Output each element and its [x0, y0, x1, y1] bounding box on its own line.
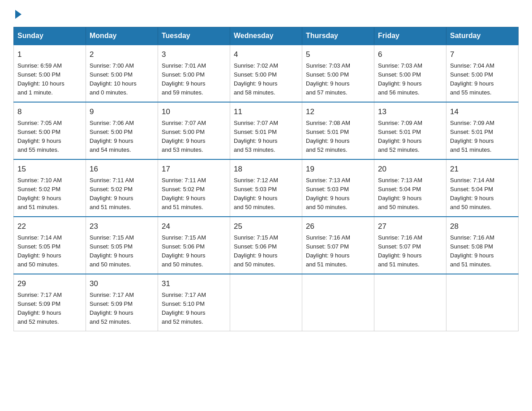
day-number: 3: [162, 49, 226, 60]
day-cell: 17Sunrise: 7:11 AMSunset: 5:02 PMDayligh…: [158, 159, 230, 217]
day-cell: 21Sunrise: 7:14 AMSunset: 5:04 PMDayligh…: [446, 159, 519, 217]
week-row-3: 15Sunrise: 7:10 AMSunset: 5:02 PMDayligh…: [14, 159, 519, 217]
day-cell: [302, 274, 374, 331]
day-number: 2: [90, 49, 154, 60]
day-info: Sunrise: 7:13 AMSunset: 5:03 PMDaylight:…: [306, 176, 370, 212]
day-number: 20: [378, 163, 442, 175]
day-number: 23: [90, 221, 154, 232]
day-number: 30: [90, 278, 154, 290]
day-info: Sunrise: 7:14 AMSunset: 5:05 PMDaylight:…: [17, 233, 82, 270]
day-cell: 5Sunrise: 7:03 AMSunset: 5:00 PMDaylight…: [302, 45, 374, 102]
day-cell: 19Sunrise: 7:13 AMSunset: 5:03 PMDayligh…: [302, 159, 374, 217]
day-number: 13: [378, 106, 442, 118]
day-cell: [374, 274, 446, 331]
day-cell: 3Sunrise: 7:01 AMSunset: 5:00 PMDaylight…: [158, 45, 230, 102]
day-info: Sunrise: 6:59 AMSunset: 5:00 PMDaylight:…: [17, 61, 82, 98]
day-number: 18: [234, 163, 298, 175]
header-cell-saturday: Saturday: [446, 27, 519, 45]
day-number: 26: [306, 221, 370, 232]
day-number: 9: [90, 106, 154, 118]
day-number: 15: [17, 163, 82, 175]
header-cell-friday: Friday: [374, 27, 446, 45]
day-number: 1: [17, 49, 82, 60]
day-cell: 7Sunrise: 7:04 AMSunset: 5:00 PMDaylight…: [446, 45, 519, 102]
day-number: 12: [306, 106, 370, 118]
day-info: Sunrise: 7:17 AMSunset: 5:09 PMDaylight:…: [90, 291, 154, 327]
day-number: 14: [450, 106, 515, 118]
day-number: 5: [306, 49, 370, 60]
day-info: Sunrise: 7:16 AMSunset: 5:07 PMDaylight:…: [306, 233, 370, 270]
day-number: 31: [162, 278, 226, 290]
page-header: [13, 9, 519, 19]
day-number: 7: [450, 49, 515, 60]
day-cell: 20Sunrise: 7:13 AMSunset: 5:04 PMDayligh…: [374, 159, 446, 217]
header-cell-wednesday: Wednesday: [230, 27, 302, 45]
day-cell: 8Sunrise: 7:05 AMSunset: 5:00 PMDaylight…: [14, 102, 86, 159]
day-cell: 26Sunrise: 7:16 AMSunset: 5:07 PMDayligh…: [302, 217, 374, 274]
day-cell: 24Sunrise: 7:15 AMSunset: 5:06 PMDayligh…: [158, 217, 230, 274]
day-number: 28: [450, 221, 515, 232]
day-cell: 25Sunrise: 7:15 AMSunset: 5:06 PMDayligh…: [230, 217, 302, 274]
day-cell: 28Sunrise: 7:16 AMSunset: 5:08 PMDayligh…: [446, 217, 519, 274]
day-info: Sunrise: 7:11 AMSunset: 5:02 PMDaylight:…: [162, 176, 226, 212]
day-number: 21: [450, 163, 515, 175]
day-number: 8: [17, 106, 82, 118]
day-cell: 29Sunrise: 7:17 AMSunset: 5:09 PMDayligh…: [14, 274, 86, 331]
day-info: Sunrise: 7:14 AMSunset: 5:04 PMDaylight:…: [450, 176, 515, 212]
day-cell: 14Sunrise: 7:09 AMSunset: 5:01 PMDayligh…: [446, 102, 519, 159]
day-cell: 2Sunrise: 7:00 AMSunset: 5:00 PMDaylight…: [86, 45, 158, 102]
day-info: Sunrise: 7:17 AMSunset: 5:10 PMDaylight:…: [162, 291, 226, 327]
week-row-4: 22Sunrise: 7:14 AMSunset: 5:05 PMDayligh…: [14, 217, 519, 274]
calendar-header: SundayMondayTuesdayWednesdayThursdayFrid…: [14, 27, 519, 45]
day-info: Sunrise: 7:01 AMSunset: 5:00 PMDaylight:…: [162, 61, 226, 98]
day-cell: 9Sunrise: 7:06 AMSunset: 5:00 PMDaylight…: [86, 102, 158, 159]
header-cell-tuesday: Tuesday: [158, 27, 230, 45]
day-number: 10: [162, 106, 226, 118]
day-info: Sunrise: 7:02 AMSunset: 5:00 PMDaylight:…: [234, 61, 298, 98]
day-number: 25: [234, 221, 298, 232]
day-number: 11: [234, 106, 298, 118]
day-cell: 27Sunrise: 7:16 AMSunset: 5:07 PMDayligh…: [374, 217, 446, 274]
day-cell: 22Sunrise: 7:14 AMSunset: 5:05 PMDayligh…: [14, 217, 86, 274]
day-info: Sunrise: 7:10 AMSunset: 5:02 PMDaylight:…: [17, 176, 82, 212]
day-number: 17: [162, 163, 226, 175]
day-cell: 16Sunrise: 7:11 AMSunset: 5:02 PMDayligh…: [86, 159, 158, 217]
week-row-1: 1Sunrise: 6:59 AMSunset: 5:00 PMDaylight…: [14, 45, 519, 102]
day-cell: 18Sunrise: 7:12 AMSunset: 5:03 PMDayligh…: [230, 159, 302, 217]
day-number: 22: [17, 221, 82, 232]
day-number: 19: [306, 163, 370, 175]
header-cell-sunday: Sunday: [14, 27, 86, 45]
header-cell-monday: Monday: [86, 27, 158, 45]
day-cell: 6Sunrise: 7:03 AMSunset: 5:00 PMDaylight…: [374, 45, 446, 102]
day-cell: 10Sunrise: 7:07 AMSunset: 5:00 PMDayligh…: [158, 102, 230, 159]
logo: [13, 9, 21, 19]
day-info: Sunrise: 7:09 AMSunset: 5:01 PMDaylight:…: [378, 119, 442, 155]
day-cell: 12Sunrise: 7:08 AMSunset: 5:01 PMDayligh…: [302, 102, 374, 159]
day-info: Sunrise: 7:08 AMSunset: 5:01 PMDaylight:…: [306, 119, 370, 155]
day-info: Sunrise: 7:12 AMSunset: 5:03 PMDaylight:…: [234, 176, 298, 212]
calendar-table: SundayMondayTuesdayWednesdayThursdayFrid…: [13, 27, 519, 331]
week-row-5: 29Sunrise: 7:17 AMSunset: 5:09 PMDayligh…: [14, 274, 519, 331]
day-info: Sunrise: 7:15 AMSunset: 5:06 PMDaylight:…: [234, 233, 298, 270]
day-number: 29: [17, 278, 82, 290]
day-cell: 30Sunrise: 7:17 AMSunset: 5:09 PMDayligh…: [86, 274, 158, 331]
day-number: 16: [90, 163, 154, 175]
day-info: Sunrise: 7:06 AMSunset: 5:00 PMDaylight:…: [90, 119, 154, 155]
day-number: 6: [378, 49, 442, 60]
week-row-2: 8Sunrise: 7:05 AMSunset: 5:00 PMDaylight…: [14, 102, 519, 159]
day-number: 27: [378, 221, 442, 232]
day-info: Sunrise: 7:15 AMSunset: 5:05 PMDaylight:…: [90, 233, 154, 270]
day-info: Sunrise: 7:03 AMSunset: 5:00 PMDaylight:…: [378, 61, 442, 98]
day-cell: 4Sunrise: 7:02 AMSunset: 5:00 PMDaylight…: [230, 45, 302, 102]
day-number: 4: [234, 49, 298, 60]
day-cell: [446, 274, 519, 331]
day-info: Sunrise: 7:05 AMSunset: 5:00 PMDaylight:…: [17, 119, 82, 155]
day-info: Sunrise: 7:16 AMSunset: 5:08 PMDaylight:…: [450, 233, 515, 270]
day-info: Sunrise: 7:03 AMSunset: 5:00 PMDaylight:…: [306, 61, 370, 98]
day-info: Sunrise: 7:17 AMSunset: 5:09 PMDaylight:…: [17, 291, 82, 327]
logo-arrow-icon: [15, 10, 21, 19]
day-info: Sunrise: 7:13 AMSunset: 5:04 PMDaylight:…: [378, 176, 442, 212]
calendar-body: 1Sunrise: 6:59 AMSunset: 5:00 PMDaylight…: [14, 45, 519, 331]
day-info: Sunrise: 7:11 AMSunset: 5:02 PMDaylight:…: [90, 176, 154, 212]
day-cell: 23Sunrise: 7:15 AMSunset: 5:05 PMDayligh…: [86, 217, 158, 274]
